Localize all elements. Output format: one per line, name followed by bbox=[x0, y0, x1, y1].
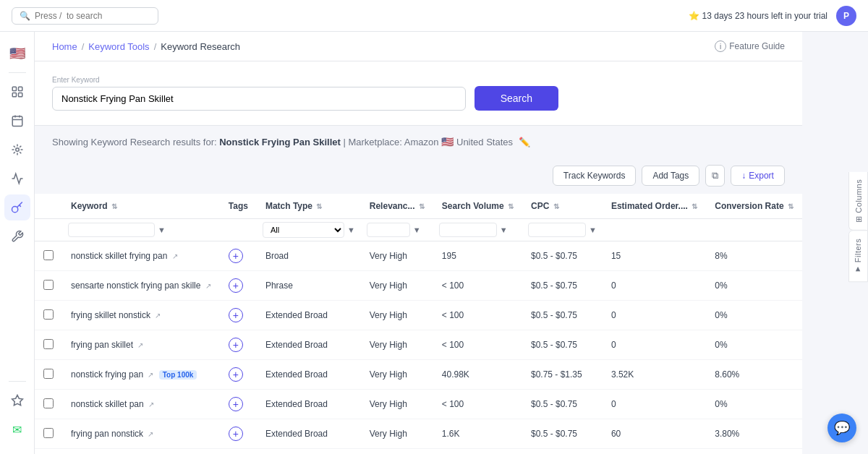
row-cb-3[interactable] bbox=[43, 339, 54, 349]
filters-tab[interactable]: ▼ Filters bbox=[848, 231, 868, 283]
row-tags-2[interactable]: + bbox=[220, 301, 257, 330]
row-checkbox-7[interactable] bbox=[35, 449, 62, 455]
col-cpc[interactable]: CPC ⇅ bbox=[522, 194, 603, 219]
feature-guide-btn[interactable]: i Feature Guide bbox=[715, 40, 785, 52]
add-tag-btn-4[interactable]: + bbox=[229, 367, 243, 382]
filter-match-type-icon[interactable]: ▼ bbox=[347, 226, 355, 234]
est-orders-sort-icon[interactable]: ⇅ bbox=[692, 202, 697, 210]
content-area: Home / Keyword Tools / Keyword Research … bbox=[35, 32, 802, 454]
row-checkbox-2[interactable] bbox=[35, 301, 62, 330]
filter-relevance-icon[interactable]: ▼ bbox=[413, 226, 421, 234]
export-button[interactable]: ↓ Export bbox=[731, 166, 785, 186]
row-tags-5[interactable]: + bbox=[220, 390, 257, 419]
row-search-volume-0: 195 bbox=[433, 241, 522, 271]
col-conv-rate[interactable]: Conversion Rate ⇅ bbox=[706, 194, 802, 219]
row-checkbox-3[interactable] bbox=[35, 330, 62, 360]
keyword-sort-icon[interactable]: ⇅ bbox=[111, 202, 117, 210]
relevance-sort-icon[interactable]: ⇅ bbox=[419, 202, 425, 210]
chat-bubble[interactable]: 💬 bbox=[827, 414, 856, 442]
add-tag-btn-5[interactable]: + bbox=[229, 397, 243, 411]
sidebar-item-magic[interactable] bbox=[4, 387, 30, 414]
row-checkbox-1[interactable] bbox=[35, 271, 62, 301]
row-tags-3[interactable]: + bbox=[220, 330, 257, 360]
breadcrumb-home[interactable]: Home bbox=[52, 41, 77, 52]
filter-keyword-icon[interactable]: ▼ bbox=[158, 226, 166, 234]
filter-search-volume-input[interactable] bbox=[439, 223, 497, 237]
row-tags-7[interactable]: + bbox=[220, 449, 257, 455]
filter-cpc-icon[interactable]: ▼ bbox=[589, 226, 597, 234]
columns-tab[interactable]: ⊞ Columns bbox=[848, 172, 868, 231]
row-tags-4[interactable]: + bbox=[220, 360, 257, 390]
trial-badge: ⭐ 13 days 23 hours left in your trial bbox=[689, 11, 827, 21]
col-est-orders[interactable]: Estimated Order.... ⇅ bbox=[603, 194, 706, 219]
table-wrap[interactable]: Keyword ⇅ Tags Match Type ⇅ Relevanc... … bbox=[35, 194, 802, 454]
filter-search-volume-icon[interactable]: ▼ bbox=[500, 226, 508, 234]
conv-rate-sort-icon[interactable]: ⇅ bbox=[788, 202, 793, 210]
row-checkbox-6[interactable] bbox=[35, 419, 62, 449]
sidebar-item-lightning[interactable] bbox=[4, 137, 30, 163]
add-tag-btn-6[interactable]: + bbox=[229, 427, 243, 441]
filter-cpc-cell[interactable]: ▼ bbox=[522, 219, 603, 241]
user-avatar[interactable]: P bbox=[836, 6, 856, 26]
row-cb-4[interactable] bbox=[43, 369, 54, 379]
filter-match-type-cell[interactable]: All Broad Phrase Extended Broad ▼ bbox=[257, 219, 361, 241]
sidebar-item-whatsapp[interactable]: ✉ bbox=[4, 416, 30, 442]
sidebar-item-home[interactable] bbox=[4, 79, 30, 105]
add-tag-btn-1[interactable]: + bbox=[229, 278, 243, 293]
row-relevance-1: Very High bbox=[361, 271, 433, 301]
row-tags-0[interactable]: + bbox=[220, 241, 257, 271]
sidebar-item-tool[interactable] bbox=[4, 223, 30, 249]
row-est-orders-4: 3.52K bbox=[603, 360, 706, 390]
edit-icon[interactable]: ✏️ bbox=[519, 137, 530, 147]
search-volume-sort-icon[interactable]: ⇅ bbox=[508, 202, 514, 210]
filter-match-type-select[interactable]: All Broad Phrase Extended Broad bbox=[263, 222, 344, 238]
row-cb-5[interactable] bbox=[43, 398, 54, 408]
ext-link-4[interactable]: ↗ bbox=[148, 371, 153, 379]
col-relevance[interactable]: Relevanc... ⇅ bbox=[361, 194, 433, 219]
row-tags-6[interactable]: + bbox=[220, 419, 257, 449]
filter-keyword-cell[interactable]: ▼ bbox=[62, 219, 220, 241]
row-keyword-7: nonstick skillet frying pan with lid bbox=[62, 449, 220, 455]
cpc-sort-icon[interactable]: ⇅ bbox=[553, 202, 559, 210]
ext-link-5[interactable]: ↗ bbox=[148, 401, 154, 408]
col-keyword[interactable]: Keyword ⇅ bbox=[62, 194, 220, 219]
row-cb-2[interactable] bbox=[43, 309, 54, 320]
sidebar-item-calendar[interactable] bbox=[4, 108, 30, 134]
search-button[interactable]: Search bbox=[475, 86, 558, 111]
row-checkbox-5[interactable] bbox=[35, 390, 62, 419]
row-est-orders-1: 0 bbox=[603, 271, 706, 301]
sidebar-item-flag[interactable]: 🇺🇸 bbox=[4, 40, 30, 67]
ext-link-2[interactable]: ↗ bbox=[155, 312, 161, 320]
row-keyword-5: nonstick skillet pan ↗ bbox=[62, 390, 220, 419]
col-search-volume[interactable]: Search Volume ⇅ bbox=[433, 194, 522, 219]
filter-keyword-input[interactable] bbox=[68, 223, 155, 237]
sidebar-item-chart[interactable] bbox=[4, 166, 30, 192]
row-cb-0[interactable] bbox=[43, 250, 54, 260]
ext-link-6[interactable]: ↗ bbox=[148, 430, 153, 438]
global-search-input[interactable] bbox=[35, 11, 150, 21]
filter-relevance-input[interactable] bbox=[367, 223, 410, 237]
row-tags-1[interactable]: + bbox=[220, 271, 257, 301]
filter-search-volume-cell[interactable]: ▼ bbox=[433, 219, 522, 241]
add-tags-button[interactable]: Add Tags bbox=[642, 166, 699, 186]
add-tag-btn-3[interactable]: + bbox=[229, 338, 243, 352]
keyword-input[interactable] bbox=[52, 87, 466, 111]
track-keywords-button[interactable]: Track Keywords bbox=[553, 166, 637, 186]
row-cb-1[interactable] bbox=[43, 280, 54, 290]
filter-relevance-cell[interactable]: ▼ bbox=[361, 219, 433, 241]
row-cb-6[interactable] bbox=[43, 428, 54, 438]
add-tag-btn-2[interactable]: + bbox=[229, 308, 243, 322]
add-tag-btn-0[interactable]: + bbox=[229, 249, 243, 263]
copy-button[interactable]: ⧉ bbox=[705, 165, 725, 187]
breadcrumb-keyword-tools[interactable]: Keyword Tools bbox=[88, 41, 149, 52]
global-search-box[interactable]: 🔍 bbox=[12, 7, 158, 25]
ext-link-1[interactable]: ↗ bbox=[205, 282, 211, 290]
ext-link-3[interactable]: ↗ bbox=[137, 341, 143, 349]
row-checkbox-0[interactable] bbox=[35, 241, 62, 271]
ext-link-0[interactable]: ↗ bbox=[172, 252, 178, 260]
match-type-sort-icon[interactable]: ⇅ bbox=[316, 202, 322, 210]
row-checkbox-4[interactable] bbox=[35, 360, 62, 390]
filter-cpc-input[interactable] bbox=[528, 223, 586, 237]
col-match-type[interactable]: Match Type ⇅ bbox=[257, 194, 361, 219]
sidebar-item-key[interactable] bbox=[4, 194, 30, 220]
